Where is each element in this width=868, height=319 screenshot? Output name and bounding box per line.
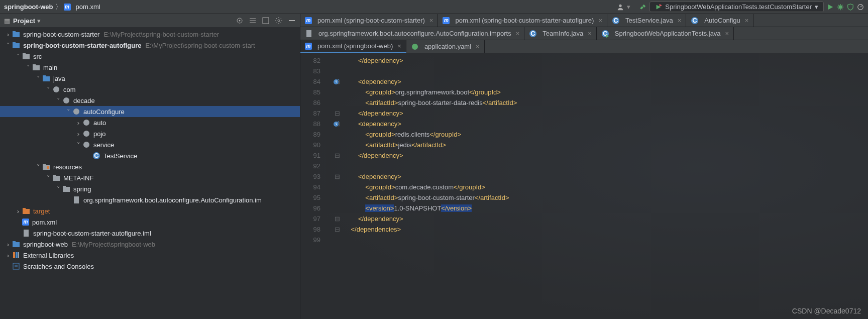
breadcrumb-root[interactable]: springboot-web xyxy=(4,3,53,11)
project-tool-window: ▦ Project ▾ ›spring-boot-custom-starterE… xyxy=(0,14,300,319)
tree-item[interactable]: ›pojo xyxy=(0,128,300,139)
top-navigation-bar: springboot-web 〉 m pom.xml ▾ SpringbootW… xyxy=(0,0,868,14)
svg-rect-33 xyxy=(23,209,30,214)
svg-point-21 xyxy=(83,131,89,137)
tree-item[interactable]: ˅spring-boot-custom-starter-autofigureE:… xyxy=(0,40,300,51)
fold-column[interactable]: ⊟⊟⊟⊟⊟⊟⊟ xyxy=(331,53,344,319)
svg-rect-10 xyxy=(13,42,16,44)
svg-rect-12 xyxy=(23,53,26,55)
line-number-gutter[interactable]: 828384858687888990919293949596979899 xyxy=(300,53,331,319)
svg-text:C: C xyxy=(613,17,618,24)
svg-rect-26 xyxy=(43,164,46,165)
close-icon[interactable]: × xyxy=(598,17,602,24)
tree-item[interactable]: ˅resources xyxy=(0,161,300,172)
editor-tab[interactable]: CAutoConfigu× xyxy=(686,14,753,27)
tree-item[interactable]: ˅src xyxy=(0,51,300,62)
tree-item[interactable]: ›External Libraries xyxy=(0,250,300,261)
project-panel-title[interactable]: Project xyxy=(13,17,35,25)
close-icon[interactable]: × xyxy=(516,30,520,37)
tree-item[interactable]: ˅main xyxy=(0,62,300,73)
tree-item[interactable]: ›auto xyxy=(0,117,300,128)
svg-rect-31 xyxy=(63,186,66,187)
code-lines[interactable]: </dependency> <dependency> <groupId>org.… xyxy=(344,53,868,319)
tree-item[interactable]: ›springboot-webE:\MyProject\springboot-w… xyxy=(0,239,300,250)
close-icon[interactable]: × xyxy=(476,43,480,50)
coverage-icon[interactable] xyxy=(847,4,854,11)
tree-item[interactable]: ˅java xyxy=(0,73,300,84)
editor-tab[interactable]: mpom.xml (spring-boot-custom-starter-aut… xyxy=(438,14,607,27)
svg-rect-27 xyxy=(47,166,49,169)
profile-icon[interactable] xyxy=(857,4,864,11)
tree-item[interactable]: ›target xyxy=(0,205,300,217)
maven-icon: m xyxy=(64,4,71,11)
svg-rect-36 xyxy=(13,242,20,247)
svg-rect-41 xyxy=(13,263,19,269)
run-configuration-selector[interactable]: SpringbootWebApplicationTests.testCustom… xyxy=(649,2,824,12)
debug-icon[interactable] xyxy=(837,4,844,11)
svg-rect-5 xyxy=(263,18,269,24)
tree-item[interactable]: mpom.xml xyxy=(0,217,300,228)
tree-item[interactable]: ˅META-INF xyxy=(0,172,300,183)
svg-rect-46 xyxy=(306,30,311,37)
close-icon[interactable]: × xyxy=(745,17,749,24)
hide-icon[interactable] xyxy=(288,17,296,25)
close-icon[interactable]: × xyxy=(397,42,401,50)
svg-point-20 xyxy=(83,120,89,126)
editor-tabs-row-3: mpom.xml (springboot-web)×application.ya… xyxy=(300,40,868,53)
editor-tab[interactable]: CTestService.java× xyxy=(607,14,686,27)
svg-rect-14 xyxy=(33,64,36,66)
close-icon[interactable]: × xyxy=(725,30,729,37)
svg-rect-39 xyxy=(16,252,18,258)
editor-tab[interactable]: org.springframework.boot.autoconfigure.A… xyxy=(300,27,524,40)
test-icon xyxy=(655,4,662,11)
chevron-down-icon[interactable]: ▾ xyxy=(37,17,41,25)
gear-icon[interactable] xyxy=(275,17,283,25)
tree-item[interactable]: ˅com xyxy=(0,84,300,95)
tree-item[interactable]: ˅service xyxy=(0,139,300,150)
tree-item[interactable]: CTestService xyxy=(0,150,300,161)
breadcrumb[interactable]: springboot-web 〉 m pom.xml xyxy=(4,3,100,12)
tree-item[interactable]: spring-boot-custom-starter-autofigure.im… xyxy=(0,228,300,239)
close-icon[interactable]: × xyxy=(588,30,592,37)
tree-item[interactable]: ˅spring xyxy=(0,183,300,194)
code-editor[interactable]: 828384858687888990919293949596979899 ⊟⊟⊟… xyxy=(300,53,868,319)
tree-item[interactable]: Scratches and Consoles xyxy=(0,261,300,272)
svg-rect-29 xyxy=(53,175,56,176)
select-opened-file-icon[interactable] xyxy=(236,17,244,25)
user-icon[interactable] xyxy=(617,4,624,11)
expand-all-icon[interactable] xyxy=(262,17,270,25)
close-icon[interactable]: × xyxy=(678,17,682,24)
tree-item[interactable]: org.springframework.boot.autoconfigure.A… xyxy=(0,194,300,205)
breadcrumb-file[interactable]: pom.xml xyxy=(76,3,100,11)
tree-item[interactable]: ›spring-boot-custom-starterE:\MyProject\… xyxy=(0,29,300,40)
svg-rect-35 xyxy=(24,230,29,237)
close-icon[interactable]: × xyxy=(429,17,433,24)
svg-text:C: C xyxy=(693,17,698,24)
build-hammer-icon[interactable] xyxy=(639,4,646,11)
editor-tab[interactable]: CSpringbootWebApplicationTests.java× xyxy=(597,27,734,40)
svg-rect-34 xyxy=(23,208,26,209)
collapse-all-icon[interactable] xyxy=(249,17,257,25)
svg-point-6 xyxy=(278,20,280,22)
tree-item[interactable]: ˅autoConfigure xyxy=(0,106,300,117)
tree-item[interactable]: ˅decade xyxy=(0,95,300,106)
watermark-text: CSDN @Decade0712 xyxy=(792,307,861,315)
svg-rect-11 xyxy=(23,54,30,59)
editor-tabs-row-2: org.springframework.boot.autoconfigure.A… xyxy=(300,27,868,40)
svg-point-22 xyxy=(83,142,89,148)
editor-tab[interactable]: application.yaml× xyxy=(406,40,485,53)
svg-rect-9 xyxy=(13,43,20,48)
editor-tab[interactable]: mpom.xml (springboot-web)× xyxy=(300,40,406,53)
svg-point-19 xyxy=(73,109,79,115)
svg-text:C: C xyxy=(531,30,536,37)
svg-rect-32 xyxy=(74,196,79,203)
svg-rect-37 xyxy=(13,241,16,243)
svg-point-17 xyxy=(53,86,59,92)
chevron-down-icon: ▾ xyxy=(815,3,818,11)
svg-point-4 xyxy=(239,20,241,22)
chevron-right-icon: 〉 xyxy=(55,3,62,12)
project-tree[interactable]: ›spring-boot-custom-starterE:\MyProject\… xyxy=(0,27,300,319)
run-icon[interactable] xyxy=(827,4,834,11)
editor-tab[interactable]: mpom.xml (spring-boot-custom-starter)× xyxy=(300,14,438,27)
editor-tab[interactable]: CTeamInfo.java× xyxy=(524,27,597,40)
